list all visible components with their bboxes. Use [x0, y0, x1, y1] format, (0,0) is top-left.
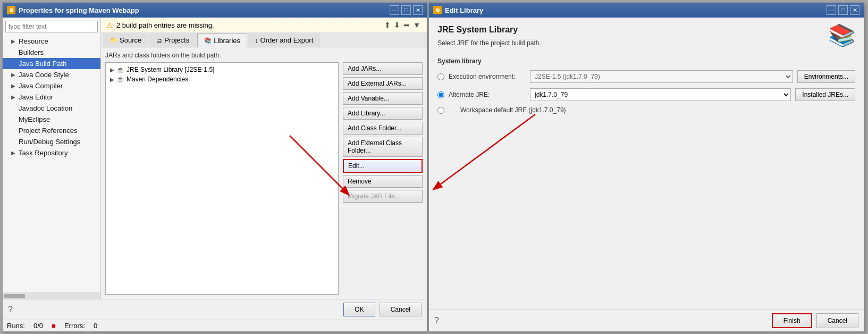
sidebar-item-resource[interactable]: ▶ Resource [3, 36, 100, 47]
cancel-button[interactable]: Cancel [816, 313, 858, 328]
properties-titlebar: ⚙ Properties for spring Maven Webapp — □… [3, 3, 427, 18]
maximize-button[interactable]: □ [838, 5, 848, 15]
properties-sidebar: ▶ Resource Builders Java Build Path ▶ Ja… [3, 18, 101, 299]
add-external-class-folder-button[interactable]: Add External Class Folder... [343, 137, 423, 157]
add-variable-button[interactable]: Add Variable... [343, 92, 423, 105]
nav-right-button[interactable]: ➡ [402, 21, 411, 29]
tab-libraries[interactable]: 📚 Libraries [197, 33, 247, 47]
sidebar-item-myeclipse[interactable]: MyEclipse [3, 114, 100, 125]
migrate-jar-button[interactable]: Migrate JAR File... [343, 190, 423, 203]
maven-icon: ☕ [116, 76, 124, 83]
remove-button[interactable]: Remove [343, 175, 423, 188]
workspace-default-label: Workspace default JRE (jdk1.7.0_79) [460, 106, 566, 114]
properties-title: Properties for spring Maven Webapp [19, 6, 139, 14]
execution-env-row: Execution environment: J2SE-1.5 (jdk1.7.… [437, 70, 855, 83]
finish-button[interactable]: Finish [772, 313, 812, 328]
sidebar-item-label: Java Build Path [19, 60, 66, 68]
sidebar-item-java-code-style[interactable]: ▶ Java Code Style [3, 69, 100, 80]
alternate-jre-radio[interactable] [437, 91, 444, 98]
errors-label: Errors: [64, 322, 85, 330]
minimize-button[interactable]: — [827, 5, 836, 15]
sidebar-tree: ▶ Resource Builders Java Build Path ▶ Ja… [3, 36, 100, 293]
warning-icon: ⚠ [106, 21, 113, 29]
sidebar-item-builders[interactable]: Builders [3, 47, 100, 58]
expand-icon: ▶ [11, 38, 16, 44]
cancel-button[interactable]: Cancel [380, 303, 422, 316]
tab-projects[interactable]: 🗂 Projects [149, 33, 196, 47]
heading-area: JRE System Library Select JRE for the pr… [437, 25, 541, 47]
order-tab-icon: ↕ [255, 37, 258, 44]
nav-up-button[interactable]: ⬆ [383, 21, 392, 29]
sidebar-item-label: Project References [19, 127, 78, 135]
sidebar-item-label: MyEclipse [19, 115, 50, 123]
sidebar-item-run-debug[interactable]: Run/Debug Settings [3, 136, 100, 147]
tab-order-export[interactable]: ↕ Order and Export [248, 33, 320, 47]
jar-item-maven[interactable]: ▶ ☕ Maven Dependencies [108, 74, 336, 84]
sidebar-item-label: Java Compiler [19, 82, 63, 90]
execution-env-radio[interactable] [437, 73, 444, 80]
titlebar-left: ⚙ Properties for spring Maven Webapp [7, 6, 139, 14]
expand-icon: ▶ [11, 83, 16, 89]
maximize-button[interactable]: □ [401, 5, 411, 15]
build-path-content: JARs and class folders on the build path… [101, 47, 427, 299]
sidebar-item-java-compiler[interactable]: ▶ Java Compiler [3, 80, 100, 91]
section-title: System library [437, 57, 855, 65]
runs-value: 0/0 [33, 322, 43, 330]
nav-menu-button[interactable]: ▼ [412, 21, 422, 29]
sidebar-item-project-references[interactable]: Project References [3, 125, 100, 136]
add-external-jars-button[interactable]: Add External JARs... [343, 77, 423, 90]
properties-footer: ? OK Cancel [3, 299, 427, 320]
error-icon: ■ [52, 322, 56, 330]
sidebar-scrollbar[interactable] [3, 293, 100, 299]
nav-down-button[interactable]: ⬇ [393, 21, 401, 29]
add-class-folder-button[interactable]: Add Class Folder... [343, 122, 423, 135]
properties-body: ▶ Resource Builders Java Build Path ▶ Ja… [3, 18, 427, 299]
sidebar-item-label: Resource [19, 37, 48, 45]
warning-text: 2 build path entries are missing. [116, 21, 214, 29]
errors-value: 0 [94, 322, 97, 330]
add-library-button[interactable]: Add Library... [343, 107, 423, 120]
alternate-jre-label: Alternate JRE: [449, 91, 526, 98]
sidebar-item-java-build-path[interactable]: Java Build Path [3, 58, 100, 69]
sidebar-item-label: Java Editor [19, 93, 53, 101]
execution-env-select[interactable]: J2SE-1.5 (jdk1.7.0_79) [530, 70, 793, 83]
sidebar-item-javadoc[interactable]: Javadoc Location [3, 103, 100, 114]
edit-button[interactable]: Edit... [343, 159, 423, 173]
workspace-default-radio[interactable] [437, 107, 444, 114]
sidebar-item-label: Builders [19, 48, 44, 56]
close-button[interactable]: ✕ [413, 5, 423, 15]
minimize-button[interactable]: — [390, 5, 399, 15]
workspace-default-row: Workspace default JRE (jdk1.7.0_79) [437, 106, 855, 114]
jar-expand-icon: ▶ [110, 77, 114, 82]
main-content: ⚠ 2 build path entries are missing. ⬆ ⬇ … [101, 18, 427, 299]
jars-list[interactable]: ▶ ☕ JRE System Library [J2SE-1.5] ▶ ☕ Ma… [105, 62, 339, 295]
ok-button[interactable]: OK [343, 303, 375, 316]
jar-buttons: Add JARs... Add External JARs... Add Var… [343, 62, 423, 295]
environments-button[interactable]: Environments... [797, 70, 855, 83]
tab-order-label: Order and Export [260, 36, 314, 44]
jre-library-heading: JRE System Library [437, 25, 541, 39]
filter-input[interactable] [5, 21, 98, 32]
expand-icon: ▶ [11, 150, 16, 156]
edit-library-dialog: ⚙ Edit Library — □ ✕ JRE System Library … [428, 2, 864, 332]
footer-buttons: Finish Cancel [772, 313, 858, 328]
status-bar: Runs: 0/0 ■ Errors: 0 [3, 320, 427, 331]
jar-item-jre[interactable]: ▶ ☕ JRE System Library [J2SE-1.5] [108, 65, 336, 74]
edit-library-footer: ? Finish Cancel [429, 310, 864, 331]
help-icon[interactable]: ? [8, 305, 13, 314]
add-jars-button[interactable]: Add JARs... [343, 62, 423, 75]
edit-library-body: JRE System Library Select JRE for the pr… [429, 18, 864, 310]
expand-icon: ▶ [11, 72, 16, 78]
jar-label: JRE System Library [J2SE-1.5] [127, 66, 214, 73]
sidebar-item-task-repository[interactable]: ▶ Task Repository [3, 147, 100, 158]
help-icon[interactable]: ? [434, 316, 439, 325]
jar-expand-icon: ▶ [110, 67, 114, 73]
close-button[interactable]: ✕ [850, 5, 859, 15]
alternate-jre-select[interactable]: jdk1.7.0_79 [530, 88, 791, 101]
installed-jres-button[interactable]: Installed JREs... [795, 88, 855, 101]
sidebar-item-java-editor[interactable]: ▶ Java Editor [3, 91, 100, 103]
dialog-icon: ⚙ [7, 6, 15, 14]
build-path-main: ▶ ☕ JRE System Library [J2SE-1.5] ▶ ☕ Ma… [105, 62, 423, 295]
titlebar-controls: — □ ✕ [827, 5, 859, 15]
tab-source[interactable]: 📁 Source [103, 33, 148, 47]
